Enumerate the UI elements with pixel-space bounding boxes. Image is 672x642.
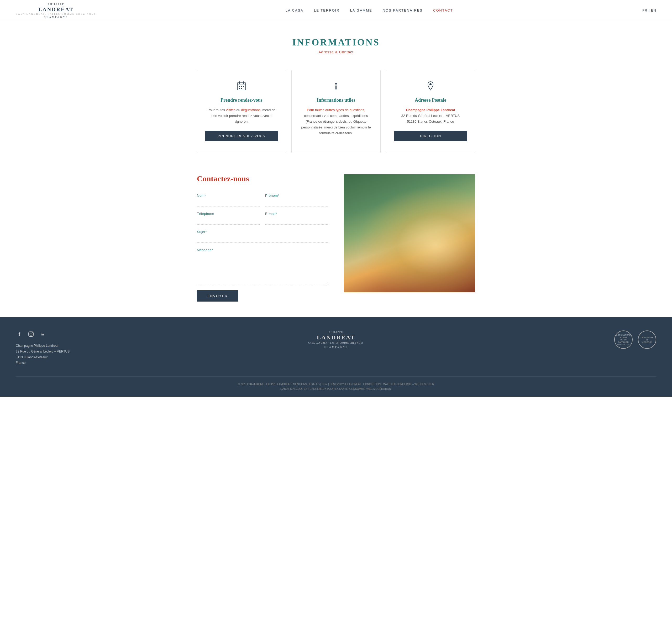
- svg-rect-4: [239, 86, 240, 87]
- contact-section: Contactez-nous Nom* Prénom*: [197, 174, 475, 301]
- form-group-prenom: Prénom*: [265, 194, 328, 206]
- header: PHILIPPE LANDRÉAT CASA LANDRÉAT. FAITES …: [0, 0, 672, 21]
- message-label: Message*: [197, 248, 328, 252]
- logo-line1: PHILIPPE: [48, 2, 64, 6]
- language-switcher[interactable]: FR | EN: [642, 9, 656, 12]
- email-input[interactable]: [265, 217, 328, 224]
- svg-rect-6: [243, 86, 244, 87]
- svg-rect-12: [344, 174, 475, 292]
- svg-rect-20: [413, 234, 434, 264]
- svg-point-13: [344, 208, 475, 271]
- footer-logo-line1: PHILIPPE: [229, 331, 443, 334]
- form-row-name: Nom* Prénom*: [197, 194, 328, 206]
- disclaimer-text: L'ABUS D'ALCOOL EST DANGEREUX POUR LA SA…: [16, 387, 656, 391]
- form-group-telephone: Téléphone: [197, 212, 260, 224]
- svg-point-11: [430, 83, 432, 85]
- sujet-input[interactable]: [197, 235, 328, 243]
- form-row-contact: Téléphone E-mail*: [197, 212, 328, 224]
- svg-point-33: [32, 333, 32, 333]
- info-cards: Prendre rendez-vous Pour toutes visites …: [197, 70, 475, 153]
- prenom-input[interactable]: [265, 199, 328, 206]
- page-subtitle: Adresse & Contact: [197, 50, 475, 54]
- card-adresse-title: Adresse Postale: [394, 98, 467, 103]
- sujet-label: Sujet*: [197, 230, 328, 234]
- svg-point-9: [335, 83, 337, 85]
- card-adresse-text: Champagne Philippe Landreat 32 Rue du Gé…: [394, 107, 467, 125]
- nav-la-gamme[interactable]: LA GAMME: [350, 9, 372, 12]
- svg-line-16: [357, 244, 462, 248]
- page-title-section: INFORMATIONS Adresse & Contact: [197, 37, 475, 54]
- nav-le-terroir[interactable]: LE TERROIR: [314, 9, 340, 12]
- calendar-icon: [205, 81, 278, 93]
- telephone-input[interactable]: [197, 217, 260, 224]
- nom-label: Nom*: [197, 194, 260, 197]
- footer-left: f in Champagne Philippe Landreat 32 Rue …: [16, 331, 229, 365]
- contact-form-area: Contactez-nous Nom* Prénom*: [197, 174, 328, 301]
- form-group-nom: Nom*: [197, 194, 260, 206]
- footer-social: f in: [16, 331, 229, 338]
- footer-logo-tagline: CASA LANDRÉAT. FAITES COMME CHEZ NOUS: [229, 342, 443, 345]
- badge-agriculture: AGRICULTUREEXPLORATIONPATRIMONIALE VALOI…: [614, 331, 633, 349]
- card-rendez-vous-title: Prendre rendez-vous: [205, 98, 278, 103]
- footer-address: Champagne Philippe Landreat 32 Rue du Gé…: [16, 343, 229, 365]
- footer-top: f in Champagne Philippe Landreat 32 Rue …: [16, 331, 656, 365]
- contact-image-area: [344, 174, 475, 292]
- card-infos-text: Pour toutes autres types de questions, c…: [300, 107, 372, 136]
- card-infos-title: Informations utiles: [300, 98, 372, 103]
- footer-logo-brand: LANDRÉAT: [229, 334, 443, 341]
- svg-rect-23: [417, 242, 429, 255]
- footer-logo-champagne: CHAMPAGNE: [229, 346, 443, 348]
- contact-image: [344, 174, 475, 292]
- svg-rect-7: [239, 88, 240, 89]
- logo-brand: LANDRÉAT: [38, 7, 74, 13]
- form-row-message: Message*: [197, 248, 328, 285]
- card-infos-utiles: Informations utiles Pour toutes autres t…: [291, 70, 381, 153]
- nav-nos-partenaires[interactable]: NOS PARTENAIRES: [383, 9, 423, 12]
- facebook-icon[interactable]: f: [16, 331, 23, 338]
- card-direction-button[interactable]: Direction: [394, 131, 467, 141]
- copyright-text: © 2023 CHAMPAGNE PHILIPPE LANDREAT | MEN…: [16, 382, 656, 387]
- footer: f in Champagne Philippe Landreat 32 Rue …: [0, 317, 672, 396]
- instagram-icon[interactable]: [27, 331, 35, 338]
- svg-rect-21: [412, 233, 420, 240]
- form-group-message: Message*: [197, 248, 328, 285]
- svg-rect-10: [335, 85, 337, 90]
- nav-contact[interactable]: CONTACT: [433, 9, 453, 12]
- svg-line-18: [357, 251, 462, 256]
- svg-point-15: [401, 214, 475, 256]
- telephone-label: Téléphone: [197, 212, 260, 216]
- location-icon: [394, 81, 467, 93]
- svg-point-14: [344, 211, 423, 253]
- page-title: INFORMATIONS: [197, 37, 475, 48]
- footer-center: PHILIPPE LANDRÉAT CASA LANDRÉAT. FAITES …: [229, 331, 443, 348]
- nav-la-casa[interactable]: LA CASA: [286, 9, 303, 12]
- linkedin-icon[interactable]: in: [39, 331, 46, 338]
- prenom-label: Prénom*: [265, 194, 328, 197]
- card-rendez-vous: Prendre rendez-vous Pour toutes visites …: [197, 70, 286, 153]
- footer-right: AGRICULTUREEXPLORATIONPATRIMONIALE VALOI…: [443, 331, 656, 349]
- submit-button[interactable]: ENVOYER: [197, 290, 238, 301]
- svg-rect-5: [241, 86, 242, 87]
- logo-tagline: CASA LANDRÉAT. FAITES COMME CHEZ NOUS: [16, 13, 96, 15]
- badge-champagne: CHAMPAGNEDEVIGNERON: [638, 331, 656, 349]
- contact-form: Nom* Prénom* Téléphone: [197, 194, 328, 301]
- logo-champagne: CHAMPAGNE: [44, 16, 68, 18]
- card-adresse: Adresse Postale Champagne Philippe Landr…: [386, 70, 475, 153]
- info-icon: [300, 81, 372, 93]
- main-nav: LA CASA LE TERROIR LA GAMME NOS PARTENAI…: [286, 9, 453, 12]
- form-group-sujet: Sujet*: [197, 230, 328, 243]
- svg-line-17: [357, 247, 462, 252]
- form-row-sujet: Sujet*: [197, 230, 328, 243]
- svg-rect-8: [241, 88, 242, 89]
- contact-title: Contactez-nous: [197, 174, 328, 183]
- message-textarea[interactable]: [197, 254, 328, 285]
- svg-rect-22: [412, 231, 417, 236]
- svg-point-32: [30, 333, 32, 335]
- svg-rect-19: [344, 264, 475, 292]
- nom-input[interactable]: [197, 199, 260, 206]
- form-group-email: E-mail*: [265, 212, 328, 224]
- logo[interactable]: PHILIPPE LANDRÉAT CASA LANDRÉAT. FAITES …: [16, 2, 96, 18]
- card-rendez-vous-text: Pour toutes visites ou dégustations, mer…: [205, 107, 278, 125]
- card-rendez-vous-button[interactable]: Prendre rendez-vous: [205, 131, 278, 141]
- footer-bottom: © 2023 CHAMPAGNE PHILIPPE LANDREAT | MEN…: [16, 376, 656, 391]
